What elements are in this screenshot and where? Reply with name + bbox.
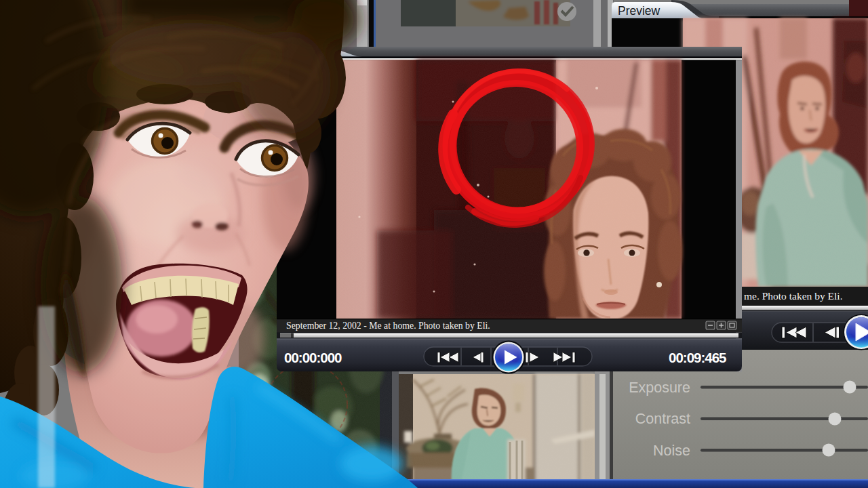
- svg-text:Noise: Noise: [653, 443, 690, 459]
- svg-text:Preview: Preview: [618, 4, 660, 18]
- svg-text:00:09:465: 00:09:465: [669, 350, 726, 365]
- svg-text:me. Photo taken by Eli.: me. Photo taken by Eli.: [744, 290, 843, 302]
- svg-text:Contrast: Contrast: [635, 411, 690, 427]
- svg-text:September 12, 2002 - Me at hom: September 12, 2002 - Me at home. Photo t…: [286, 321, 490, 331]
- svg-text:00:00:000: 00:00:000: [284, 350, 342, 365]
- svg-text:Exposure: Exposure: [629, 380, 690, 396]
